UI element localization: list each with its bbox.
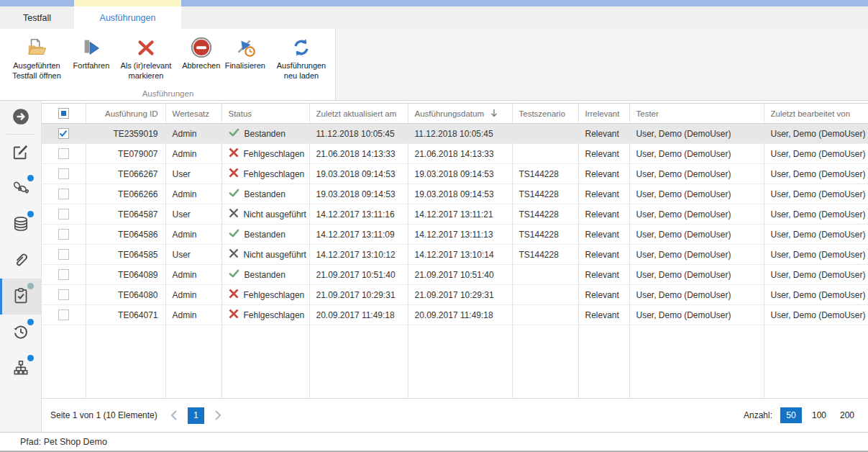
table-header-row: Ausführung IDWertesatzStatusZuletzt aktu…	[42, 104, 868, 124]
database-icon	[12, 214, 30, 235]
status-failed-icon	[229, 168, 239, 180]
cell-ausfuehrungsdatum: 20.09.2017 11:49:18	[408, 305, 512, 325]
finalize-button[interactable]: Finalisieren	[223, 33, 268, 73]
cell-wertesatz: User	[165, 245, 221, 265]
sidebar-item-hierarchy[interactable]	[0, 351, 41, 387]
cell-ausfuehrung-id: TE064089	[86, 265, 165, 285]
sidebar-item-executions[interactable]	[0, 279, 41, 315]
open-executed-testcase-button[interactable]: Ausgeführten Testfall öffnen	[3, 33, 70, 83]
notification-badge	[27, 319, 34, 325]
row-checkbox[interactable]	[58, 128, 69, 139]
cell-testszenario	[512, 144, 578, 164]
status-notrun-icon	[229, 208, 239, 220]
column-header-testszenario[interactable]: Testszenario	[512, 104, 578, 124]
cell-ausfuehrung-id: TE066267	[86, 164, 165, 184]
ribbon-buttons: Ausgeführten Testfall öffnen Fortfahren …	[0, 29, 335, 83]
cell-ausfuehrungsdatum: 14.12.2017 13:11:13	[408, 225, 512, 245]
clipboard-check-icon	[12, 286, 30, 307]
cell-wertesatz: Admin	[165, 265, 221, 285]
table-row[interactable]: TE066267 User Fehlgeschlagen 19.03.2018 …	[42, 164, 868, 184]
mark-irrelevant-button[interactable]: Als (ir)relevant markieren	[112, 33, 180, 83]
column-header-tester[interactable]: Tester	[629, 104, 764, 124]
column-header-irrelevant[interactable]: Irrelevant	[578, 104, 629, 124]
cell-ausfuehrungsdatum: 14.12.2017 13:11:21	[408, 204, 512, 225]
select-all-checkbox[interactable]	[58, 108, 69, 119]
page-size-100[interactable]: 100	[808, 407, 830, 423]
cell-irrelevant: Relevant	[578, 245, 629, 265]
cell-wertesatz: Admin	[165, 225, 221, 245]
row-checkbox[interactable]	[58, 189, 69, 199]
column-header-edited_by[interactable]: Zuletzt bearbeitet von	[764, 104, 868, 124]
cancel-button[interactable]: Abbrechen	[180, 33, 223, 73]
cell-testszenario: TS144228	[512, 184, 578, 204]
cell-ausfuehrungsdatum: 21.09.2017 10:51:40	[408, 265, 512, 285]
sidebar-item-history[interactable]	[0, 315, 41, 351]
column-header-updated[interactable]: Zuletzt aktualisiert am	[309, 104, 408, 124]
row-checkbox[interactable]	[58, 269, 69, 280]
table-row[interactable]: TE064587 User Nicht ausgeführt 14.12.201…	[42, 204, 868, 225]
cell-wertesatz: Admin	[165, 285, 221, 305]
row-checkbox[interactable]	[58, 289, 69, 300]
window-top-strip	[0, 0, 868, 6]
page-size-200[interactable]: 200	[836, 407, 858, 423]
sidebar-item-edit[interactable]	[0, 135, 41, 171]
cancel-icon	[190, 36, 213, 59]
next-page-button[interactable]	[213, 410, 223, 421]
column-header-exec_date[interactable]: Ausführungsdatum	[408, 104, 512, 124]
row-checkbox[interactable]	[58, 148, 69, 159]
page-info: Seite 1 von 1 (10 Elemente)	[50, 410, 157, 420]
status-passed-icon	[229, 268, 239, 281]
cell-testszenario	[512, 265, 578, 285]
footsteps-icon	[12, 178, 30, 199]
table-row[interactable]: TE2359019 Admin Bestanden 11.12.2018 10:…	[42, 124, 868, 144]
status-passed-icon	[229, 127, 239, 140]
sidebar-item-steps[interactable]	[0, 171, 41, 207]
cell-status: Fehlgeschlagen	[221, 305, 309, 325]
main-area: Ausführung IDWertesatzStatusZuletzt aktu…	[0, 101, 868, 432]
reload-executions-button[interactable]: Ausführungen neu laden	[268, 33, 335, 83]
notification-badge	[27, 355, 34, 361]
table-row[interactable]: TE064071 Admin Fehlgeschlagen 20.09.2017…	[42, 305, 868, 325]
column-header-wertesatz[interactable]: Wertesatz	[165, 104, 221, 124]
cell-ausfuehrungsdatum: 19.03.2018 09:14:53	[408, 184, 512, 204]
cell-ausfuehrung-id: TE064080	[86, 285, 165, 305]
sidebar-item-collapse[interactable]	[0, 101, 41, 134]
table-row[interactable]: TE064080 Admin Fehlgeschlagen 21.09.2017…	[42, 285, 868, 305]
cell-ausfuehrungsdatum: 14.12.2017 13:10:14	[408, 245, 512, 265]
continue-button[interactable]: Fortfahren	[70, 33, 112, 73]
sidebar	[0, 101, 42, 432]
cell-testszenario: TS144228	[512, 164, 578, 184]
ribbon-group-ausfuehrungen: Ausgeführten Testfall öffnen Fortfahren …	[0, 29, 336, 100]
row-checkbox[interactable]	[58, 229, 69, 240]
cell-irrelevant: Relevant	[578, 184, 629, 204]
table-row[interactable]: TE064585 User Nicht ausgeführt 14.12.201…	[42, 245, 868, 265]
notification-badge	[27, 211, 34, 217]
tab-bar: TestfallAusführungen	[0, 6, 868, 29]
column-header-id[interactable]: Ausführung ID	[86, 104, 165, 124]
table-row[interactable]: TE064586 Admin Bestanden 14.12.2017 13:1…	[42, 225, 868, 245]
table-filler-row	[42, 325, 868, 399]
sidebar-item-data[interactable]	[0, 207, 41, 243]
page-1-button[interactable]: 1	[188, 407, 204, 424]
cell-ausfuehrung-id: TE064585	[86, 245, 165, 265]
page-size-50[interactable]: 50	[780, 407, 802, 423]
row-checkbox[interactable]	[58, 209, 69, 220]
cell-zuletzt-aktualisiert: 19.03.2018 09:14:53	[309, 164, 408, 184]
page-size-label: Anzahl:	[744, 410, 772, 420]
row-checkbox[interactable]	[58, 168, 69, 179]
tab-ausfuehrungen[interactable]: Ausführungen	[74, 6, 181, 29]
row-checkbox[interactable]	[58, 249, 69, 260]
row-checkbox[interactable]	[58, 309, 69, 320]
cell-testszenario	[512, 124, 578, 144]
table-row[interactable]: TE064089 Admin Bestanden 21.09.2017 10:5…	[42, 265, 868, 285]
cell-testszenario	[512, 285, 578, 305]
column-header-status[interactable]: Status	[221, 104, 309, 124]
cell-tester: User, Demo (DemoUser)	[629, 265, 764, 285]
cell-irrelevant: Relevant	[578, 204, 629, 225]
table-row[interactable]: TE079007 Admin Fehlgeschlagen 21.06.2018…	[42, 144, 868, 164]
tab-testfall[interactable]: Testfall	[0, 6, 74, 29]
sidebar-item-attachments[interactable]	[0, 243, 41, 279]
prev-page-button[interactable]	[169, 410, 179, 421]
reload-icon	[290, 36, 313, 59]
table-row[interactable]: TE066266 Admin Bestanden 19.03.2018 09:1…	[42, 184, 868, 204]
